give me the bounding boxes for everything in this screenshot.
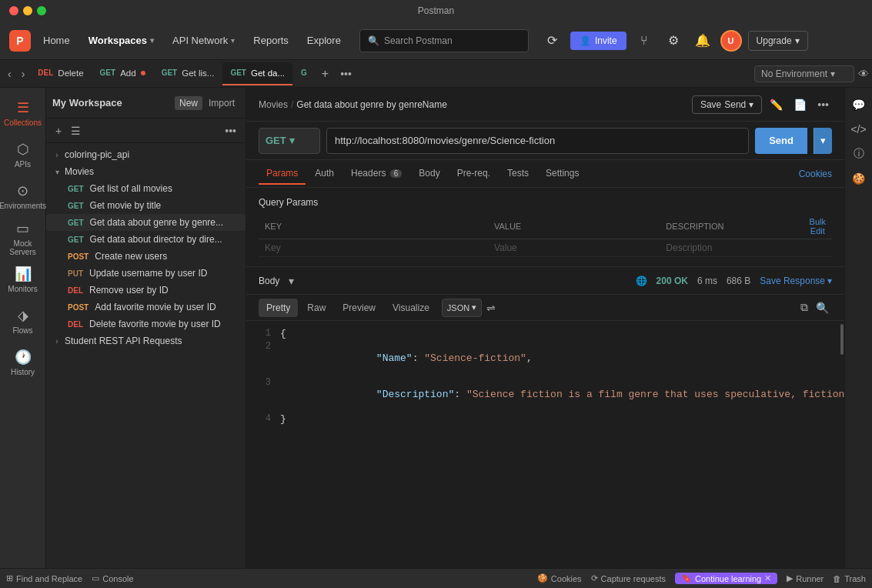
sidebar-item-environments[interactable]: ⊙ Environments — [4, 177, 42, 215]
search-bar[interactable]: 🔍 Search Postman — [359, 29, 529, 52]
resp-tab-pretty[interactable]: Pretty — [259, 299, 298, 317]
close-button[interactable] — [9, 6, 18, 15]
home-nav-button[interactable]: Home — [37, 32, 76, 49]
sidebar-item-collections[interactable]: ☰ Collections — [4, 94, 42, 132]
tree-item-student-rest[interactable]: › Student REST API Requests — [46, 332, 246, 349]
settings-icon[interactable]: ⚙ — [662, 29, 685, 52]
wrap-icon[interactable]: ⇌ — [483, 299, 499, 317]
invite-button[interactable]: 👤 Invite — [570, 32, 626, 50]
sync-icon[interactable]: ⟳ — [541, 29, 564, 52]
save-button[interactable]: Save Send ▾ — [692, 95, 762, 114]
find-replace-button[interactable]: ⊞ Find and Replace — [6, 573, 82, 583]
tree-item-get-genre[interactable]: GET Get data about genre by genre... — [46, 214, 246, 231]
param-key-input[interactable] — [265, 242, 482, 253]
new-button[interactable]: New — [175, 96, 202, 110]
runner-button[interactable]: ▶ Runner — [787, 573, 824, 583]
bulk-edit-button[interactable]: Bulk Edit — [810, 217, 826, 236]
tree-item-remove-user[interactable]: DEL Remove user by ID — [46, 282, 246, 299]
scrollbar-thumb[interactable] — [840, 324, 844, 355]
tree-item-get-director[interactable]: GET Get data about director by dire... — [46, 231, 246, 248]
edit-icon[interactable]: ✏️ — [767, 95, 786, 114]
sidebar-item-monitors[interactable]: 📊 Monitors — [4, 260, 42, 299]
tree-item-get-movie-by-title[interactable]: GET Get movie by title — [46, 197, 246, 214]
notifications-icon[interactable]: 🔔 — [691, 29, 714, 52]
right-comments-icon[interactable]: 💬 — [848, 94, 870, 115]
reports-nav-button[interactable]: Reports — [247, 32, 295, 49]
tree-method-get: GET — [68, 236, 84, 244]
resp-tab-preview[interactable]: Preview — [335, 299, 383, 317]
tree-item-movies[interactable]: ▾ Movies — [46, 163, 246, 180]
api-network-nav-button[interactable]: API Network ▾ — [166, 32, 241, 49]
copy-response-button[interactable]: ⧉ — [797, 298, 811, 317]
document-icon[interactable]: 📄 — [790, 95, 810, 114]
continue-learning-close-icon[interactable]: ✕ — [764, 573, 771, 583]
sidebar-item-flows[interactable]: ⬗ Flows — [4, 302, 42, 340]
collections-icon: ☰ — [17, 99, 29, 116]
right-code-icon[interactable]: </> — [848, 119, 870, 140]
new-tab-button[interactable]: + — [316, 67, 335, 81]
method-selector[interactable]: GET ▾ — [259, 128, 320, 154]
vertical-scrollbar[interactable] — [840, 321, 844, 568]
right-cookie-icon[interactable]: 🍪 — [848, 168, 870, 189]
tree-item-update-username[interactable]: PUT Update username by user ID — [46, 265, 246, 282]
send-button[interactable]: Send — [755, 128, 807, 154]
req-tab-params[interactable]: Params — [259, 163, 306, 185]
send-chevron-button[interactable]: ▾ — [814, 128, 832, 154]
tab-nav-next[interactable]: › — [17, 68, 30, 80]
tab-more-button[interactable]: ••• — [336, 68, 356, 80]
fork-icon[interactable]: ⑂ — [633, 29, 656, 52]
capture-requests-button[interactable]: ⟳ Capture requests — [591, 573, 666, 583]
req-tab-body[interactable]: Body — [411, 163, 447, 185]
cookies-bottom-button[interactable]: 🍪 Cookies — [537, 573, 582, 583]
tab-nav-prev[interactable]: ‹ — [3, 68, 16, 80]
body-chevron-button[interactable]: ▾ — [286, 272, 297, 290]
resp-tab-raw[interactable]: Raw — [299, 299, 333, 317]
continue-learning-button[interactable]: 🔖 Continue learning ✕ — [675, 573, 777, 584]
sidebar-item-apis[interactable]: ⬡ APIs — [4, 135, 42, 174]
upgrade-button[interactable]: Upgrade ▾ — [748, 31, 808, 51]
tab-get-list[interactable]: GET Get lis... — [154, 62, 222, 85]
save-response-button[interactable]: Save Response ▾ — [760, 276, 832, 286]
breadcrumb-collection[interactable]: Movies — [259, 99, 288, 110]
right-info-icon[interactable]: ⓘ — [848, 143, 870, 165]
tab-delete[interactable]: DEL Delete — [30, 62, 91, 85]
response-format-selector[interactable]: JSON ▾ — [442, 299, 482, 317]
tab-g[interactable]: G — [293, 62, 315, 85]
import-button[interactable]: Import — [204, 96, 239, 110]
tree-item-delete-favorite[interactable]: DEL Delete favorite movie by user ID — [46, 316, 246, 332]
param-value-input[interactable] — [494, 242, 653, 253]
req-tab-prereq[interactable]: Pre-req. — [449, 163, 498, 185]
trash-button[interactable]: 🗑 Trash — [833, 574, 866, 583]
req-tab-settings[interactable]: Settings — [538, 163, 586, 185]
req-tab-tests[interactable]: Tests — [499, 163, 536, 185]
param-description-input[interactable] — [666, 242, 797, 253]
workspaces-nav-button[interactable]: Workspaces ▾ — [82, 32, 160, 49]
minimize-button[interactable] — [23, 6, 32, 15]
tree-item-create-users[interactable]: POST Create new users — [46, 248, 246, 265]
tree-item-get-all-movies[interactable]: GET Get list of all movies — [46, 180, 246, 197]
maximize-button[interactable] — [37, 6, 46, 15]
environment-selector[interactable]: No Environment ▾ — [754, 65, 854, 82]
tab-get-data[interactable]: GET Get da... — [222, 62, 292, 85]
req-tab-headers[interactable]: Headers 6 — [343, 163, 409, 185]
avatar[interactable]: U — [720, 30, 742, 52]
tree-item-add-favorite[interactable]: POST Add favorite movie by user ID — [46, 299, 246, 316]
tab-add[interactable]: GET Add — [92, 62, 153, 85]
search-response-button[interactable]: 🔍 — [813, 299, 832, 317]
request-more-icon[interactable]: ••• — [814, 95, 832, 114]
sidebar-list-icon[interactable]: ☰ — [68, 122, 84, 140]
environment-eye-icon[interactable]: 👁 — [858, 68, 869, 80]
sidebar-more-icon[interactable]: ••• — [222, 122, 239, 140]
resp-tab-visualize[interactable]: Visualize — [385, 299, 437, 317]
console-button[interactable]: ▭ Console — [92, 573, 133, 583]
url-input[interactable] — [326, 128, 749, 154]
explore-nav-button[interactable]: Explore — [301, 32, 347, 49]
tree-method-put: PUT — [68, 269, 83, 278]
header-actions: Save Send ▾ ✏️ 📄 ••• — [692, 95, 832, 114]
req-tab-auth[interactable]: Auth — [307, 163, 342, 185]
tree-item-coloring-pic[interactable]: › coloring-pic_api — [46, 146, 246, 163]
sidebar-item-history[interactable]: 🕐 History — [4, 343, 42, 382]
sidebar-item-mock-servers[interactable]: ▭ Mock Servers — [4, 219, 42, 257]
sidebar-add-icon[interactable]: + — [52, 122, 65, 140]
cookies-link[interactable]: Cookies — [799, 169, 832, 179]
